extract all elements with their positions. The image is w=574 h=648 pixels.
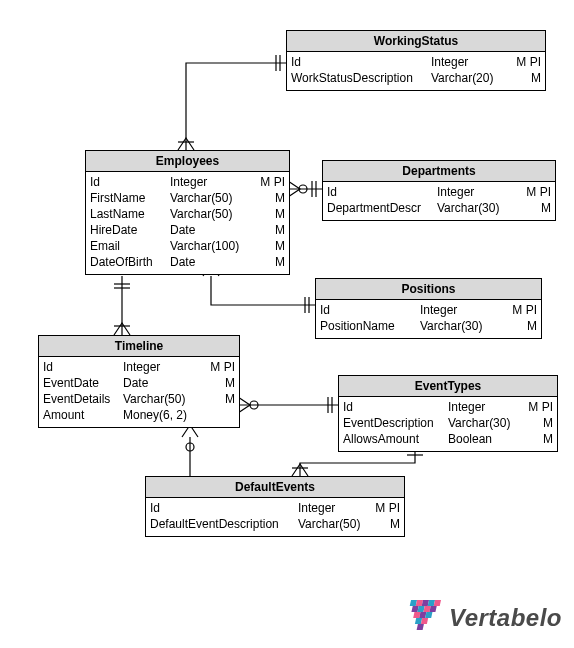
svg-rect-17 bbox=[417, 624, 424, 630]
entity-title: Departments bbox=[323, 161, 555, 182]
entity-workingstatus: WorkingStatus IdIntegerM PI WorkStatusDe… bbox=[286, 30, 546, 91]
svg-rect-4 bbox=[416, 600, 423, 606]
svg-rect-15 bbox=[415, 618, 422, 624]
entity-employees: Employees IdIntegerM PI FirstNameVarchar… bbox=[85, 150, 290, 275]
svg-point-2 bbox=[186, 443, 194, 451]
entity-title: WorkingStatus bbox=[287, 31, 545, 52]
entity-title: Timeline bbox=[39, 336, 239, 357]
svg-rect-14 bbox=[425, 612, 432, 618]
vertabelo-mark-icon bbox=[403, 600, 443, 636]
svg-rect-10 bbox=[423, 606, 430, 612]
svg-rect-5 bbox=[422, 600, 429, 606]
vertabelo-logo: Vertabelo bbox=[403, 600, 562, 636]
svg-rect-6 bbox=[428, 600, 435, 606]
svg-point-1 bbox=[250, 401, 258, 409]
svg-rect-13 bbox=[419, 612, 426, 618]
svg-rect-7 bbox=[434, 600, 441, 606]
svg-rect-8 bbox=[411, 606, 418, 612]
entity-title: EventTypes bbox=[339, 376, 557, 397]
entity-departments: Departments IdIntegerM PI DepartmentDesc… bbox=[322, 160, 556, 221]
entity-timeline: Timeline IdIntegerM PI EventDateDateM Ev… bbox=[38, 335, 240, 428]
entity-title: Employees bbox=[86, 151, 289, 172]
svg-point-0 bbox=[299, 185, 307, 193]
svg-rect-9 bbox=[417, 606, 424, 612]
entity-title: Positions bbox=[316, 279, 541, 300]
svg-rect-16 bbox=[421, 618, 428, 624]
svg-rect-12 bbox=[413, 612, 420, 618]
entity-title: DefaultEvents bbox=[146, 477, 404, 498]
vertabelo-logo-text: Vertabelo bbox=[449, 604, 562, 632]
svg-rect-3 bbox=[410, 600, 417, 606]
svg-rect-11 bbox=[429, 606, 436, 612]
entity-eventtypes: EventTypes IdIntegerM PI EventDescriptio… bbox=[338, 375, 558, 452]
entity-positions: Positions IdIntegerM PI PositionNameVarc… bbox=[315, 278, 542, 339]
entity-defaultevents: DefaultEvents IdIntegerM PI DefaultEvent… bbox=[145, 476, 405, 537]
